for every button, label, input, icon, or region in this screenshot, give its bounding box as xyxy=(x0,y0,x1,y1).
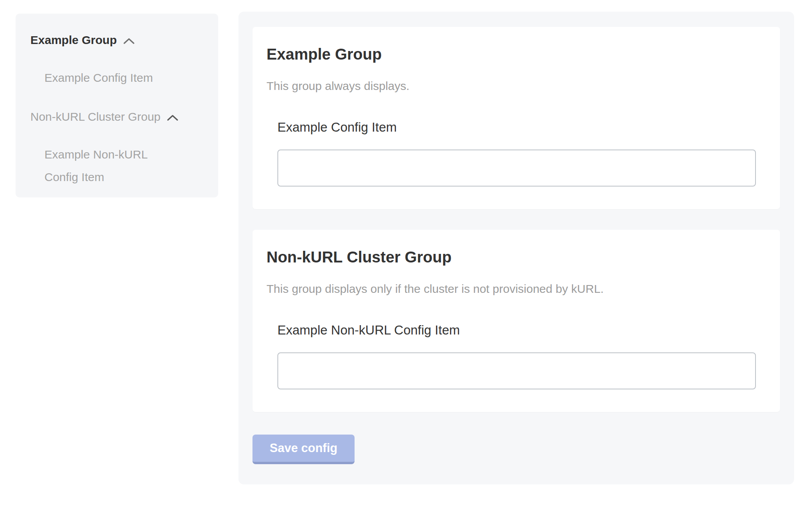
chevron-up-icon xyxy=(167,114,178,121)
example-config-item-input[interactable] xyxy=(277,150,756,187)
config-item-label: Example Config Item xyxy=(277,120,764,135)
example-non-kurl-config-item-input[interactable] xyxy=(277,352,756,389)
group-description: This group displays only if the cluster … xyxy=(267,282,764,296)
sidebar-group-label: Non-kURL Cluster Group xyxy=(30,110,161,124)
group-title: Example Group xyxy=(267,46,764,63)
config-group-card-example-group: Example Group This group always displays… xyxy=(252,27,780,209)
group-description: This group always displays. xyxy=(267,79,764,93)
sidebar-group-label: Example Group xyxy=(30,33,117,47)
config-item-label: Example Non-kURL Config Item xyxy=(277,323,764,338)
sidebar-item-example-config-item[interactable]: Example Config Item xyxy=(44,67,173,90)
config-sidebar: Example Group Example Config Item Non-kU… xyxy=(16,14,218,197)
save-config-button[interactable]: Save config xyxy=(252,435,355,464)
group-title: Non-kURL Cluster Group xyxy=(267,248,764,266)
sidebar-group-non-kurl-cluster-group[interactable]: Non-kURL Cluster Group xyxy=(30,110,207,124)
chevron-up-icon xyxy=(123,37,135,45)
sidebar-item-example-non-kurl-config-item[interactable]: Example Non-kURL Config Item xyxy=(44,143,173,189)
config-item: Example Non-kURL Config Item xyxy=(277,323,764,389)
config-group-card-non-kurl-cluster-group: Non-kURL Cluster Group This group displa… xyxy=(252,230,780,412)
config-panel: Example Group This group always displays… xyxy=(238,12,794,484)
sidebar-group-example-group[interactable]: Example Group xyxy=(30,33,207,47)
config-item: Example Config Item xyxy=(277,120,764,187)
